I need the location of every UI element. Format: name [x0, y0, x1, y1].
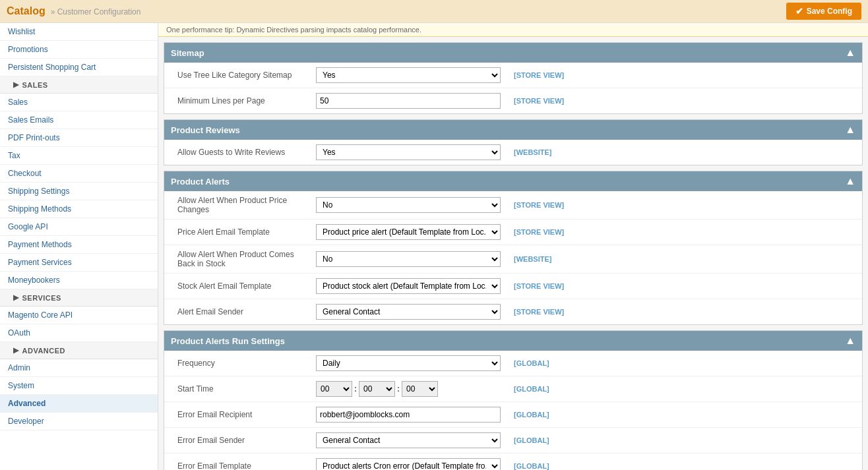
sitemap-tree-select[interactable]: Yes No: [316, 67, 501, 83]
top-bar: Catalog » Customer Configuration ✔ Save …: [0, 0, 868, 23]
sitemap-header: Sitemap ▲: [164, 43, 862, 63]
sitemap-tree-label: Use Tree Like Category Sitemap: [164, 63, 309, 88]
sidebar-item-shipping-methods[interactable]: Shipping Methods: [0, 200, 158, 218]
stock-alert-template-label: Stock Alert Email Template: [164, 274, 309, 299]
product-alerts-title: Product Alerts: [171, 177, 230, 187]
table-row: Allow Guests to Write Reviews Yes No [WE…: [164, 140, 862, 165]
sidebar-item-google-api[interactable]: Google API: [0, 218, 158, 236]
sidebar-item-tax[interactable]: Tax: [0, 147, 158, 165]
sidebar-item-pdf-printouts[interactable]: PDF Print-outs: [0, 129, 158, 147]
table-row: Error Email Recipient [GLOBAL]: [164, 402, 862, 428]
app-wrapper: Catalog » Customer Configuration ✔ Save …: [0, 0, 868, 470]
sidebar-item-payment-services[interactable]: Payment Services: [0, 254, 158, 272]
product-reviews-collapse-btn[interactable]: ▲: [845, 124, 855, 136]
page-title: Catalog: [7, 5, 46, 17]
start-time-hours[interactable]: 00010203: [316, 381, 352, 397]
sidebar-section-services: ▶ SERVICES: [0, 289, 158, 307]
time-colon-2: :: [397, 384, 400, 394]
sidebar-item-checkout[interactable]: Checkout: [0, 165, 158, 183]
frequency-label: Frequency: [164, 351, 309, 376]
stock-alert-template-scope: [STORE VIEW]: [507, 274, 862, 299]
sitemap-collapse-btn[interactable]: ▲: [845, 47, 855, 59]
sidebar-item-developer[interactable]: Developer: [0, 413, 158, 430]
error-email-template-scope: [GLOBAL]: [507, 454, 862, 471]
sidebar-item-sales[interactable]: Sales: [0, 94, 158, 111]
product-reviews-title: Product Reviews: [171, 125, 240, 135]
product-alerts-run-header: Product Alerts Run Settings ▲: [164, 331, 862, 351]
sitemap-table: Use Tree Like Category Sitemap Yes No [S…: [164, 63, 862, 113]
allow-guests-label: Allow Guests to Write Reviews: [164, 140, 309, 165]
frequency-select[interactable]: Daily Weekly Monthly: [316, 355, 501, 371]
error-email-recipient-input[interactable]: [316, 407, 501, 423]
price-alert-template-scope: [STORE VIEW]: [507, 220, 862, 245]
start-time-minutes[interactable]: 00153045: [359, 381, 395, 397]
sitemap-minlines-label: Minimum Lines per Page: [164, 88, 309, 114]
sidebar-item-admin[interactable]: Admin: [0, 359, 158, 377]
sitemap-title: Sitemap: [171, 48, 204, 58]
table-row: Error Email Sender General Contact [GLOB…: [164, 428, 862, 454]
error-email-sender-scope: [GLOBAL]: [507, 428, 862, 454]
sidebar-item-system[interactable]: System: [0, 377, 158, 395]
product-alerts-table: Allow Alert When Product Price Changes N…: [164, 191, 862, 324]
warning-text: One performance tip: Dynamic Directives …: [166, 26, 421, 34]
error-email-sender-select[interactable]: General Contact: [316, 432, 501, 448]
table-row: Alert Email Sender General Contact [STOR…: [164, 299, 862, 325]
back-in-stock-select[interactable]: No Yes: [316, 251, 501, 267]
sidebar-item-magento-core-api[interactable]: Magento Core API: [0, 307, 158, 324]
sidebar-item-promotions[interactable]: Promotions: [0, 41, 158, 59]
error-email-template-label: Error Email Template: [164, 454, 309, 471]
back-in-stock-scope: [WEBSITE]: [507, 245, 862, 274]
table-row: Price Alert Email Template Product price…: [164, 220, 862, 245]
allow-guests-select[interactable]: Yes No: [316, 144, 501, 160]
arrow-icon: ▶: [13, 80, 19, 89]
alert-email-sender-select[interactable]: General Contact: [316, 304, 501, 320]
main-area: Wishlist Promotions Persistent Shopping …: [0, 23, 868, 470]
sidebar-item-payment-methods[interactable]: Payment Methods: [0, 236, 158, 254]
sidebar-section-advanced: ▶ ADVANCED: [0, 342, 158, 359]
sidebar-item-persistent-cart[interactable]: Persistent Shopping Cart: [0, 59, 158, 76]
sidebar-item-sales-emails[interactable]: Sales Emails: [0, 111, 158, 129]
sidebar-item-oauth[interactable]: OAuth: [0, 324, 158, 342]
error-email-recipient-label: Error Email Recipient: [164, 402, 309, 428]
product-alerts-collapse-btn[interactable]: ▲: [845, 175, 855, 187]
sitemap-tree-scope: [STORE VIEW]: [507, 63, 862, 88]
table-row: Allow Alert When Product Comes Back in S…: [164, 245, 862, 274]
save-config-button[interactable]: ✔ Save Config: [786, 3, 861, 20]
error-email-template-select[interactable]: Product alerts Cron error (Default Templ…: [316, 458, 501, 470]
sidebar-item-advanced[interactable]: Advanced: [0, 395, 158, 413]
sidebar-item-wishlist[interactable]: Wishlist: [0, 23, 158, 41]
content-inner: Sitemap ▲ Use Tree Like Category Sitemap…: [158, 37, 868, 470]
sidebar-item-moneybookers[interactable]: Moneybookers: [0, 272, 158, 289]
sitemap-minlines-scope: [STORE VIEW]: [507, 88, 862, 114]
price-alert-template-select[interactable]: Product price alert (Default Template fr…: [316, 224, 501, 240]
product-reviews-section: Product Reviews ▲ Allow Guests to Write …: [164, 119, 863, 165]
product-alerts-run-collapse-btn[interactable]: ▲: [845, 335, 855, 347]
product-reviews-table: Allow Guests to Write Reviews Yes No [WE…: [164, 140, 862, 165]
warning-bar: One performance tip: Dynamic Directives …: [158, 23, 868, 37]
product-reviews-header: Product Reviews ▲: [164, 120, 862, 140]
table-row: Start Time 00010203 : 00153045: [164, 376, 862, 402]
table-row: Error Email Template Product alerts Cron…: [164, 454, 862, 471]
page-subtitle: » Customer Configuration: [51, 7, 141, 16]
table-row: Use Tree Like Category Sitemap Yes No [S…: [164, 63, 862, 88]
error-email-recipient-scope: [GLOBAL]: [507, 402, 862, 428]
arrow-icon-advanced: ▶: [13, 346, 19, 355]
price-changes-scope: [STORE VIEW]: [507, 191, 862, 220]
product-alerts-run-section: Product Alerts Run Settings ▲ Frequency …: [164, 330, 863, 470]
price-alert-template-label: Price Alert Email Template: [164, 220, 309, 245]
content-area: One performance tip: Dynamic Directives …: [158, 23, 868, 470]
sitemap-minlines-input[interactable]: [316, 93, 501, 109]
stock-alert-template-select[interactable]: Product stock alert (Default Template fr…: [316, 278, 501, 294]
start-time-seconds[interactable]: 0030: [402, 381, 438, 397]
sidebar: Wishlist Promotions Persistent Shopping …: [0, 23, 158, 470]
start-time-scope: [GLOBAL]: [507, 376, 862, 402]
alert-email-sender-label: Alert Email Sender: [164, 299, 309, 325]
product-alerts-run-title: Product Alerts Run Settings: [171, 336, 285, 346]
table-row: Minimum Lines per Page [STORE VIEW]: [164, 88, 862, 114]
sidebar-item-shipping-settings[interactable]: Shipping Settings: [0, 183, 158, 200]
table-row: Frequency Daily Weekly Monthly [GLOBAL]: [164, 351, 862, 376]
start-time-label: Start Time: [164, 376, 309, 402]
price-changes-select[interactable]: No Yes: [316, 197, 501, 213]
time-colon-1: :: [354, 384, 357, 394]
frequency-scope: [GLOBAL]: [507, 351, 862, 376]
